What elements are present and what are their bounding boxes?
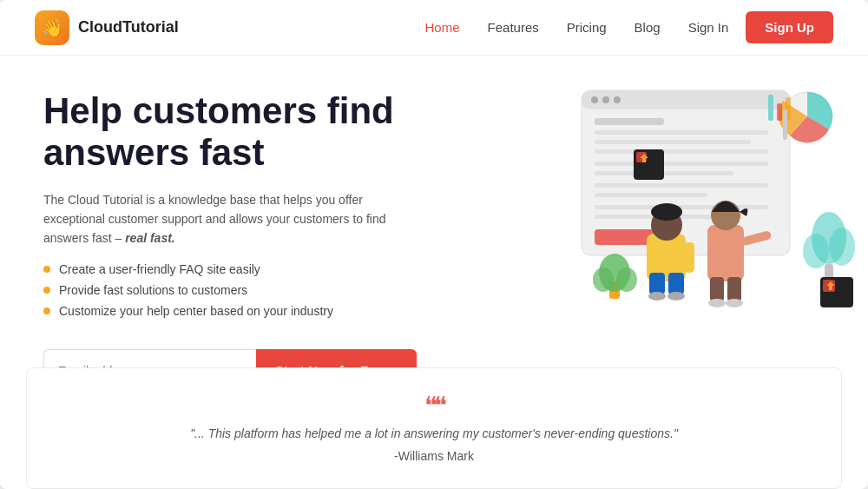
hero-description: The Cloud Tutorial is a knowledge base t… <box>43 190 391 248</box>
logo-area: 👋 CloudTutorial <box>35 10 179 45</box>
bullet-list: Create a user-friendly FAQ site easily P… <box>43 262 469 325</box>
hero-row: Help customers find answers fast The Clo… <box>0 56 868 367</box>
svg-point-4 <box>614 96 621 103</box>
svg-rect-18 <box>777 103 782 121</box>
logo-icon: 👋 <box>35 10 69 45</box>
svg-rect-39 <box>727 277 741 301</box>
svg-rect-17 <box>768 95 773 121</box>
svg-rect-5 <box>595 118 664 125</box>
illustration-svg <box>521 64 859 334</box>
testimonial-bar: ❝❝ "... This platform has helped me a lo… <box>26 367 842 489</box>
svg-rect-38 <box>710 277 724 301</box>
svg-rect-11 <box>595 183 768 188</box>
bullet-dot <box>43 266 50 273</box>
cta-button[interactable]: Start Now for Free › <box>256 349 417 367</box>
nav-item-home[interactable]: Home <box>425 20 460 36</box>
svg-point-40 <box>708 299 726 307</box>
sign-up-button[interactable]: Sign Up <box>746 11 833 43</box>
list-item: Provide fast solutions to customers <box>43 283 469 297</box>
svg-rect-31 <box>649 273 665 294</box>
svg-point-30 <box>651 203 682 221</box>
testimonial-text: "... This platform has helped me a lot i… <box>190 426 678 440</box>
svg-rect-12 <box>595 193 707 197</box>
nav-link-home[interactable]: Home <box>425 20 460 35</box>
quote-icon: ❝❝ <box>424 393 444 418</box>
nav-item-blog[interactable]: Blog <box>635 20 661 36</box>
email-input[interactable] <box>43 349 256 367</box>
svg-rect-7 <box>595 140 751 144</box>
hero-title: Help customers find answers fast <box>43 90 469 175</box>
nav-links: Home Features Pricing Blog <box>425 20 661 36</box>
svg-rect-13 <box>595 205 768 209</box>
svg-rect-32 <box>668 273 684 294</box>
nav-link-pricing[interactable]: Pricing <box>567 20 607 35</box>
nav-link-blog[interactable]: Blog <box>635 20 661 35</box>
logo-emoji: 👋 <box>42 17 63 38</box>
nav-item-pricing[interactable]: Pricing <box>567 20 607 36</box>
sign-in-button[interactable]: Sign In <box>688 20 729 35</box>
hero-section: Help customers find answers fast The Clo… <box>0 56 503 367</box>
svg-rect-6 <box>595 130 768 135</box>
testimonial-author: -Williams Mark <box>394 449 474 463</box>
svg-rect-36 <box>707 225 744 281</box>
svg-rect-9 <box>595 162 768 166</box>
list-item: Create a user-friendly FAQ site easily <box>43 262 469 276</box>
hero-illustration <box>503 56 868 367</box>
svg-rect-1 <box>582 90 790 109</box>
cta-form: Start Now for Free › <box>43 349 417 367</box>
logo-text: CloudTutorial <box>78 18 179 36</box>
svg-point-2 <box>591 96 598 103</box>
nav-actions: Sign In Sign Up <box>688 11 833 43</box>
navbar: 👋 CloudTutorial Home Features Pricing Bl… <box>0 0 868 56</box>
svg-rect-8 <box>595 149 768 154</box>
list-item: Customize your help center based on your… <box>43 304 469 318</box>
nav-link-features[interactable]: Features <box>488 20 539 35</box>
svg-point-26 <box>803 234 829 268</box>
svg-point-23 <box>616 268 637 292</box>
svg-point-27 <box>829 228 855 266</box>
svg-point-3 <box>602 96 609 103</box>
svg-point-41 <box>726 299 743 307</box>
svg-point-22 <box>593 268 614 292</box>
testimonial-section: ❝❝ "... This platform has helped me a lo… <box>0 367 868 489</box>
svg-point-33 <box>648 292 666 301</box>
svg-point-34 <box>667 292 685 301</box>
svg-rect-35 <box>684 242 694 273</box>
content-area: Help customers find answers fast The Clo… <box>0 56 868 489</box>
bullet-dot <box>43 287 50 294</box>
browser-window: 👋 CloudTutorial Home Features Pricing Bl… <box>0 0 868 489</box>
svg-rect-50 <box>783 109 787 140</box>
bullet-dot <box>43 307 50 314</box>
nav-item-features[interactable]: Features <box>488 20 539 36</box>
